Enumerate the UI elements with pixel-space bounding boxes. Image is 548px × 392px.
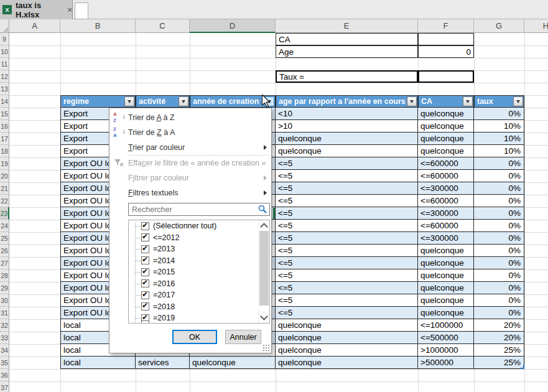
cell-F29[interactable]: quelconque	[418, 282, 474, 294]
cell-E30[interactable]: <=5	[276, 294, 418, 307]
row-header-18[interactable]: 18	[0, 145, 9, 157]
column-header-C[interactable]: C	[136, 19, 190, 33]
cell-E15[interactable]: <10	[276, 108, 418, 120]
checkbox-icon[interactable]: ✔	[141, 245, 149, 253]
cell-F33[interactable]: <=500000	[418, 332, 474, 344]
row-header-30[interactable]: 30	[0, 294, 9, 307]
cell-E32[interactable]: quelconque	[276, 319, 418, 332]
cell-G22[interactable]: 0%	[474, 195, 524, 207]
cell-E17[interactable]: quelconque	[276, 133, 418, 145]
cell-F9[interactable]	[418, 33, 474, 45]
row-header-19[interactable]: 19	[0, 157, 9, 170]
checkbox-icon[interactable]: ✔	[141, 268, 149, 276]
checkbox-icon[interactable]: ✔	[141, 256, 149, 264]
cell-G15[interactable]: 0%	[474, 108, 524, 120]
filter-list-item-4[interactable]: ✔=2015	[129, 266, 269, 278]
row-header-21[interactable]: 21	[0, 182, 9, 195]
cell-F23[interactable]: <=300000	[418, 207, 474, 220]
checkbox-icon[interactable]: ✔	[141, 222, 149, 230]
row-header-33[interactable]: 33	[0, 332, 9, 344]
cell-G21[interactable]: 0%	[474, 182, 524, 195]
cell-G17[interactable]: 10%	[474, 133, 524, 145]
column-header-E[interactable]: E	[276, 19, 418, 33]
cell-E19[interactable]: <=5	[276, 157, 418, 170]
checkbox-icon[interactable]: ✔	[141, 279, 149, 287]
row-header-27[interactable]: 27	[0, 257, 9, 269]
menu-item-sort-az[interactable]: AZ↓Trier de A à Z	[109, 110, 271, 125]
filter-search-input[interactable]	[128, 203, 270, 216]
cell-E26[interactable]: <=5	[276, 245, 418, 257]
cell-F32[interactable]: <=1000000	[418, 319, 474, 332]
row-header-16[interactable]: 16	[0, 120, 9, 133]
checkbox-icon[interactable]: ✔	[141, 233, 149, 241]
cell-E35[interactable]: quelconque	[276, 357, 418, 369]
cell-E20[interactable]: <=5	[276, 170, 418, 182]
cell-F28[interactable]: quelconque	[418, 269, 474, 282]
filter-button-activite[interactable]	[179, 96, 188, 106]
tab-close-icon[interactable]: ×	[67, 5, 72, 14]
cell-F22[interactable]: <=600000	[418, 195, 474, 207]
select-all-corner[interactable]	[0, 19, 9, 33]
row-header-9[interactable]: 9	[0, 33, 9, 45]
cell-E28[interactable]: <=5	[276, 269, 418, 282]
row-header-22[interactable]: 22	[0, 195, 9, 207]
cancel-button[interactable]: Annuler	[225, 330, 261, 344]
row-header-11[interactable]: 11	[0, 58, 9, 70]
ok-button[interactable]: OK	[172, 330, 217, 344]
filter-button-ca[interactable]	[463, 96, 473, 106]
cell-F24[interactable]: <=600000	[418, 220, 474, 232]
cell-F31[interactable]: quelconque	[418, 307, 474, 319]
cell-G26[interactable]: 0%	[474, 245, 524, 257]
row-header-26[interactable]: 26	[0, 245, 9, 257]
cell-G24[interactable]: 0%	[474, 220, 524, 232]
table-resize-handle[interactable]	[520, 365, 524, 369]
column-header-H[interactable]: H	[524, 19, 548, 33]
filter-button-regime[interactable]	[124, 96, 134, 106]
cell-G23[interactable]: 0%	[474, 207, 524, 220]
filter-list-item-2[interactable]: ✔=2013	[129, 243, 269, 255]
cell-F35[interactable]: >500000	[418, 357, 474, 369]
row-header-14[interactable]: 14	[0, 95, 9, 108]
cell-F21[interactable]: <=300000	[418, 182, 474, 195]
scrollbar-thumb[interactable]	[259, 231, 269, 306]
cell-E25[interactable]: <=5	[276, 232, 418, 245]
filter-list-item-3[interactable]: ✔=2014	[129, 255, 269, 267]
column-header-D[interactable]: D	[190, 19, 276, 33]
cell-E27[interactable]: <=5	[276, 257, 418, 269]
cell-F12[interactable]	[418, 70, 474, 83]
cell-G28[interactable]: 0%	[474, 269, 524, 282]
cell-G30[interactable]: 0%	[474, 294, 524, 307]
cell-F27[interactable]: quelconque	[418, 257, 474, 269]
menu-item-text-filters[interactable]: Filtres textuels	[109, 185, 271, 200]
checkbox-icon[interactable]: ✔	[141, 291, 149, 299]
cell-F10[interactable]: 0	[418, 45, 474, 58]
row-header-20[interactable]: 20	[0, 170, 9, 182]
filter-list-scrollbar[interactable]	[258, 220, 269, 323]
cell-E33[interactable]: quelconque	[276, 332, 418, 344]
filter-list-item-8[interactable]: ✔=2019	[129, 312, 269, 324]
row-header-36[interactable]: 36	[0, 369, 9, 381]
row-header-13[interactable]: 13	[0, 83, 9, 95]
cell-D35[interactable]: quelconque	[190, 357, 276, 369]
menu-item-sort-by-color[interactable]: Trier par couleur	[109, 140, 271, 155]
cell-G19[interactable]: 0%	[474, 157, 524, 170]
row-header-37[interactable]: 37	[0, 381, 9, 392]
row-header-25[interactable]: 25	[0, 232, 9, 245]
cell-E22[interactable]: <=5	[276, 195, 418, 207]
cell-E24[interactable]: <=5	[276, 220, 418, 232]
cell-C35[interactable]: services	[136, 357, 190, 369]
column-header-A[interactable]: A	[9, 19, 60, 33]
cell-E18[interactable]: quelconque	[276, 145, 418, 157]
cell-F25[interactable]: <=300000	[418, 232, 474, 245]
cell-B35[interactable]: local	[60, 357, 136, 369]
row-header-15[interactable]: 15	[0, 108, 9, 120]
filter-button-annee-de-creation[interactable]	[264, 96, 274, 106]
cell-F16[interactable]: quelconque	[418, 120, 474, 133]
cell-F20[interactable]: <=600000	[418, 170, 474, 182]
checkbox-icon[interactable]: ✔	[141, 302, 149, 310]
resize-grip[interactable]	[262, 344, 269, 351]
cell-F19[interactable]: <=600000	[418, 157, 474, 170]
menu-item-sort-za[interactable]: ZA↓Trier de Z à A	[109, 125, 271, 140]
filter-list-item-6[interactable]: ✔=2017	[129, 289, 269, 301]
filter-button-age-par-rapport[interactable]	[407, 96, 417, 106]
